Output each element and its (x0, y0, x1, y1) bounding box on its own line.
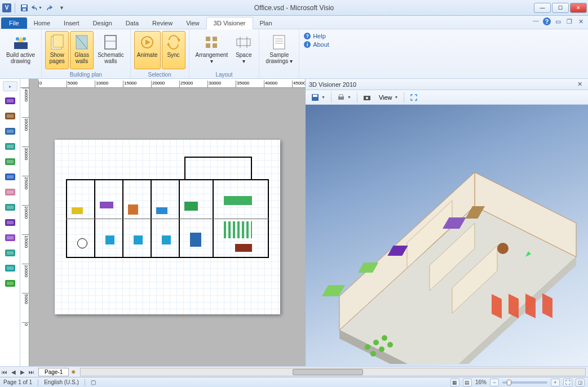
sample-drawings-label: Sample drawings ▾ (266, 52, 293, 64)
shapes-panel-toggle[interactable]: ▸ (3, 81, 17, 91)
svg-rect-43 (7, 206, 14, 209)
help-link-label: Help (313, 33, 326, 39)
animate-button[interactable]: Animate (134, 31, 161, 69)
sheet-nav-last[interactable]: ⏭ (27, 367, 36, 376)
svg-rect-45 (7, 221, 14, 224)
viewer-view-button[interactable]: View ▼ (377, 93, 401, 102)
shape-stencil-unit-teal[interactable] (4, 203, 16, 212)
viewer-camera-icon[interactable] (361, 92, 373, 103)
qat-save-icon[interactable] (19, 2, 30, 14)
svg-rect-57 (339, 95, 343, 97)
viewer-title: 3D Visioner 2010 (309, 81, 356, 88)
help-icon[interactable]: ? (543, 17, 551, 25)
shape-stencil-lamp-teal[interactable] (4, 264, 16, 273)
svg-rect-3 (14, 42, 28, 49)
shape-stencil-shelf-purple[interactable] (4, 218, 16, 227)
tab-data[interactable]: Data (119, 17, 145, 29)
fullscreen-icon[interactable]: ◲ (576, 379, 585, 386)
build-active-drawing-button[interactable]: Build active drawing (3, 31, 38, 69)
qat-undo-icon[interactable]: ▼ (31, 2, 42, 14)
tab-3d-visioner[interactable]: 3D Visioner (206, 17, 253, 29)
svg-rect-24 (273, 35, 285, 49)
space-button[interactable]: Space ▾ (232, 31, 255, 69)
shape-stencil-tree-green[interactable] (4, 279, 16, 288)
viewer-3d-canvas[interactable] (306, 105, 588, 366)
show-pages-button[interactable]: Show pages (45, 31, 69, 69)
window-restore-icon[interactable]: ▭ (554, 17, 562, 25)
page-sheet[interactable] (55, 140, 280, 314)
shape-stencil-table-blue[interactable] (4, 127, 16, 136)
shape-stencil-cabinet-blue[interactable] (4, 172, 16, 181)
doc-close-icon[interactable]: ✕ (577, 17, 585, 25)
zoom-slider[interactable] (502, 381, 547, 384)
zoom-out-button[interactable]: − (490, 379, 499, 386)
hruler-tick: 5000 (67, 81, 78, 87)
vruler-tick: 15000 (22, 234, 29, 248)
shape-stencil-desk-purple[interactable] (4, 96, 16, 105)
view-normal-icon[interactable]: ▦ (450, 379, 459, 386)
svg-rect-68 (542, 293, 552, 318)
tab-file[interactable]: File (1, 17, 27, 29)
svg-rect-19 (206, 43, 210, 48)
viewer-close-icon[interactable]: ✕ (575, 81, 585, 88)
tab-design[interactable]: Design (86, 17, 119, 29)
tab-view[interactable]: View (179, 17, 206, 29)
hscroll-thumb[interactable] (293, 369, 363, 375)
close-button[interactable]: ✕ (570, 3, 587, 13)
hruler-tick: 30000 (207, 81, 221, 87)
viewer-print-icon[interactable]: ▼ (335, 92, 353, 103)
about-link-icon: i (304, 41, 311, 48)
status-record-icon[interactable]: ▢ (91, 379, 96, 385)
shape-stencil-plant-purple[interactable] (4, 233, 16, 242)
sample-drawings-button[interactable]: Sample drawings ▾ (263, 31, 295, 69)
zoom-slider-thumb[interactable] (507, 380, 511, 385)
viewer-save-icon[interactable]: ▼ (309, 92, 328, 103)
tab-home[interactable]: Home (27, 17, 57, 29)
viewer-fullscreen-icon[interactable] (408, 92, 420, 103)
zoom-in-button[interactable]: + (551, 379, 560, 386)
svg-rect-39 (7, 175, 14, 179)
view-page-icon[interactable]: ▤ (463, 379, 472, 386)
svg-rect-55 (313, 95, 317, 97)
ribbon-help-link[interactable]: ? Help (304, 33, 329, 39)
schematic-walls-button[interactable]: Schematic walls (95, 31, 127, 69)
shape-stencil-plant-teal[interactable] (4, 248, 16, 257)
svg-rect-29 (7, 99, 14, 103)
glass-walls-button[interactable]: Glass walls (70, 31, 94, 69)
arrangement-button[interactable]: Arrangement ▾ (193, 31, 231, 69)
minimize-ribbon-icon[interactable]: 〰 (532, 17, 540, 25)
sheet-nav-first[interactable]: ⏮ (0, 367, 9, 376)
svg-marker-16 (167, 42, 169, 47)
shape-stencil-sofa-pink[interactable] (4, 188, 16, 197)
tab-review[interactable]: Review (145, 17, 179, 29)
ribbon-about-link[interactable]: i About (304, 41, 329, 48)
page-tab-1[interactable]: Page-1 (38, 368, 69, 376)
hruler-tick: 10000 (95, 81, 108, 87)
sync-label: Sync (167, 52, 179, 58)
hruler-tick: 0 (38, 81, 42, 87)
tab-plan[interactable]: Plan (253, 17, 279, 29)
vruler-tick: 30000 (22, 146, 29, 160)
sheet-add-page-icon[interactable]: ✸ (69, 367, 78, 376)
drawing-canvas[interactable] (29, 88, 305, 366)
qat-redo-icon[interactable] (43, 2, 55, 14)
svg-rect-31 (7, 114, 14, 118)
fit-page-icon[interactable]: ⛶ (563, 379, 572, 386)
shape-stencil-cabinet-green[interactable] (4, 157, 16, 166)
window-cascade-icon[interactable]: ❐ (565, 17, 573, 25)
tab-insert[interactable]: Insert (57, 17, 86, 29)
maximize-button[interactable]: ☐ (552, 3, 569, 13)
shape-stencil-chair-brown[interactable] (4, 112, 16, 121)
svg-rect-37 (7, 160, 14, 163)
sheet-nav-prev[interactable]: ◀ (9, 367, 18, 376)
sheet-nav-next[interactable]: ▶ (18, 367, 27, 376)
shape-stencil-table-teal[interactable] (4, 142, 16, 151)
svg-marker-15 (178, 38, 180, 42)
vruler-tick: 40000 (22, 88, 29, 101)
sync-button[interactable]: Sync (162, 31, 185, 69)
svg-marker-14 (145, 39, 151, 45)
qat-customize-icon[interactable]: ▼ (56, 2, 67, 14)
horizontal-scrollbar[interactable] (80, 368, 586, 376)
minimize-button[interactable]: — (534, 3, 551, 13)
hruler-tick: 25000 (179, 81, 193, 87)
